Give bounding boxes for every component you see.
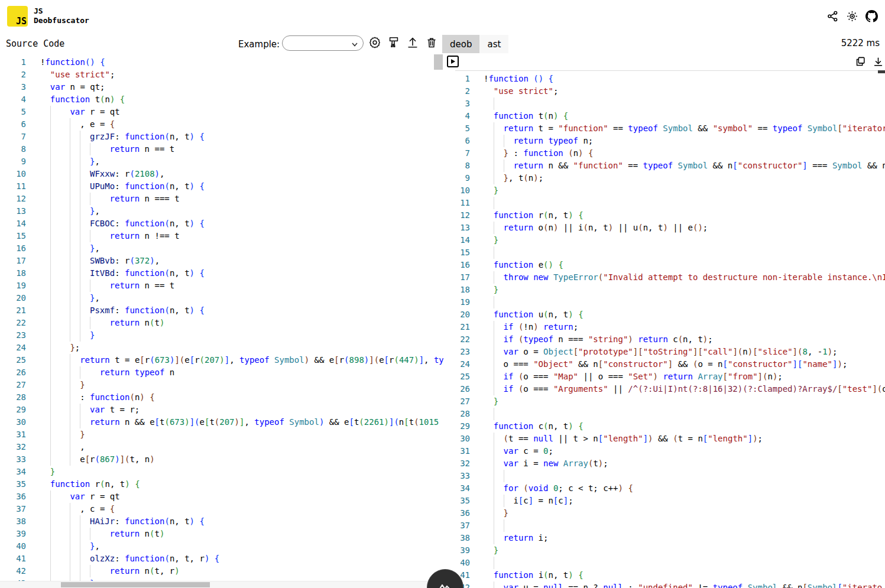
line-number: 34	[455, 482, 484, 495]
line-number: 42	[0, 565, 40, 577]
output-editor-lines: 1!function () {2"use strict";34function …	[455, 73, 885, 588]
line-number: 7	[455, 147, 484, 160]
code-line: 25return t = e[r(673)](e[r(207)], typeof…	[0, 354, 443, 366]
code-line: 37, c = {	[0, 503, 443, 515]
code-line: 7grzJF: function(n, t) {	[0, 131, 443, 143]
tab-deob[interactable]: deob	[442, 35, 479, 53]
line-number: 30	[0, 416, 40, 428]
code-line: 33	[455, 470, 885, 482]
settings-gear-icon[interactable]	[368, 36, 381, 49]
code-line: 5return t = "function" == typeof Symbol …	[455, 122, 885, 135]
line-number: 36	[455, 507, 484, 519]
output-icons	[855, 56, 884, 67]
output-tabs: deob ast	[442, 35, 508, 53]
trash-icon[interactable]	[425, 36, 438, 49]
line-number: 16	[455, 259, 484, 271]
line-number: 6	[455, 135, 484, 147]
line-number: 31	[0, 428, 40, 441]
code-line: 29function c(n, t) {	[455, 420, 885, 433]
line-number: 22	[455, 333, 484, 346]
indent-guide	[494, 246, 494, 259]
mountain-icon	[436, 581, 454, 588]
line-number: 32	[455, 457, 484, 470]
format-brush-icon[interactable]	[387, 36, 400, 49]
line-number: 40	[455, 557, 484, 569]
share-icon[interactable]	[826, 10, 839, 22]
indent-guide	[494, 296, 494, 308]
line-number: 39	[0, 528, 40, 540]
code-line: 13},	[0, 205, 443, 217]
code-line: 4function t(n) {	[455, 110, 885, 122]
code-line: 30return n && e[t(673)](e[t(207)], typeo…	[0, 416, 443, 428]
line-number: 28	[455, 408, 484, 420]
line-number: 15	[455, 246, 484, 259]
theme-toggle-icon[interactable]	[846, 10, 858, 22]
line-number: 18	[0, 267, 40, 280]
code-line: 20},	[0, 292, 443, 304]
line-number: 11	[455, 197, 484, 209]
code-line: 18}	[455, 284, 885, 296]
code-line: 36}	[455, 507, 885, 519]
code-line: 7} : function (n) {	[455, 147, 885, 160]
line-number: 20	[0, 292, 40, 304]
code-line: 32,	[0, 441, 443, 453]
run-button[interactable]	[447, 56, 459, 67]
code-line: 23}	[0, 329, 443, 342]
output-vertical-scrollbar[interactable]	[878, 70, 885, 73]
header-icons	[826, 10, 878, 22]
line-number: 31	[455, 445, 484, 457]
line-number: 4	[455, 110, 484, 122]
line-number: 25	[455, 371, 484, 383]
code-line: 3	[455, 98, 885, 110]
toolbar-icons	[368, 36, 438, 49]
line-number: 30	[455, 433, 484, 445]
line-number: 15	[0, 230, 40, 242]
source-editor[interactable]: 1!function() {2"use strict";3var n = qt;…	[0, 54, 443, 583]
download-icon[interactable]	[873, 56, 884, 67]
line-number: 23	[0, 329, 40, 342]
code-line: 8return n && "function" == typeof Symbol…	[455, 160, 885, 172]
tab-ast[interactable]: ast	[479, 35, 508, 53]
code-line: 21if (!n) return;	[455, 321, 885, 333]
code-line: 3var n = qt;	[0, 81, 443, 93]
line-number: 11	[0, 180, 40, 193]
app-title-line1: JS	[34, 7, 89, 16]
line-number: 12	[0, 193, 40, 205]
code-line: 14FCBOC: function(n, t) {	[0, 217, 443, 230]
line-number: 5	[455, 122, 484, 135]
github-icon[interactable]	[865, 10, 878, 22]
upload-icon[interactable]	[406, 36, 419, 49]
line-number: 19	[455, 296, 484, 308]
source-horizontal-scrollbar-thumb[interactable]	[61, 582, 210, 587]
line-number: 24	[0, 342, 40, 354]
code-line: 39}	[455, 544, 885, 557]
code-line: 11UPuMo: function(n, t) {	[0, 180, 443, 193]
line-number: 32	[0, 441, 40, 453]
output-editor[interactable]: 1!function () {2"use strict";34function …	[455, 72, 885, 588]
code-line: 4function t(n) {	[0, 93, 443, 106]
line-number: 20	[455, 308, 484, 321]
code-line: 2"use strict";	[455, 85, 885, 98]
line-number: 25	[0, 354, 40, 366]
line-number: 28	[0, 391, 40, 404]
code-line: 39return n(t)	[0, 528, 443, 540]
line-number: 2	[0, 69, 40, 81]
copy-icon[interactable]	[855, 56, 866, 67]
code-line: 31}	[0, 428, 443, 441]
code-line: 10WFxxw: r(2108),	[0, 168, 443, 180]
example-select[interactable]	[282, 35, 364, 51]
code-line: 41olzXz: function(n, t, r) {	[0, 553, 443, 565]
code-line: 17throw new TypeError("Invalid attempt t…	[455, 271, 885, 284]
line-number: 7	[0, 131, 40, 143]
line-number: 37	[0, 503, 40, 515]
line-number: 5	[0, 106, 40, 118]
code-line: 21Psxmf: function(n, t) {	[0, 304, 443, 317]
line-number: 14	[0, 217, 40, 230]
source-vertical-scrollbar[interactable]	[434, 54, 443, 70]
line-number: 8	[455, 160, 484, 172]
code-line: 6return typeof n;	[455, 135, 885, 147]
code-line: 19	[455, 296, 885, 308]
line-number: 2	[455, 85, 484, 98]
line-number: 12	[455, 209, 484, 222]
code-line: 33e[r(867)](t, n)	[0, 453, 443, 466]
